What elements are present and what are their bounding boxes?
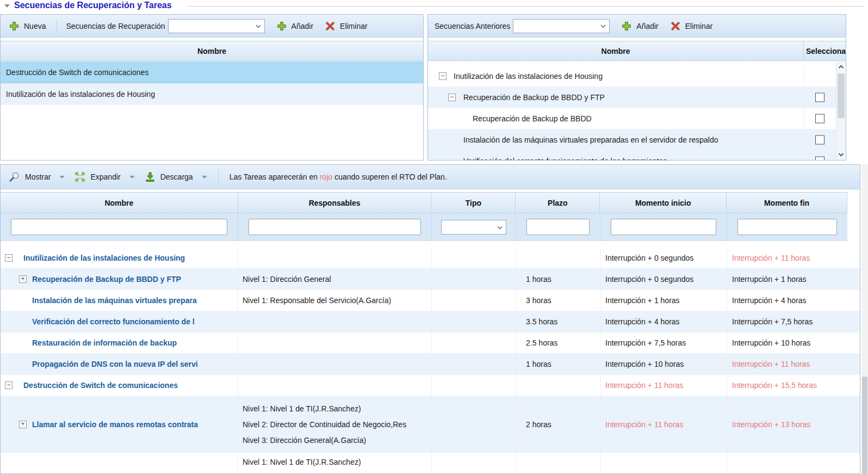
- column-header-plazo[interactable]: Plazo: [516, 193, 600, 213]
- column-header-momento-fin[interactable]: Momento fin: [727, 193, 847, 213]
- previous-sequence-select[interactable]: [513, 19, 610, 33]
- plus-icon: [277, 21, 287, 31]
- prev-sequence-row[interactable]: Verificación del correcto funcionamiento…: [428, 151, 836, 160]
- page-scrollbar[interactable]: [861, 164, 868, 474]
- momento-inicio-cell: Interrupción + 11 horas: [600, 396, 727, 452]
- column-header-tipo[interactable]: Tipo: [431, 193, 516, 213]
- task-name[interactable]: Propagación de DNS con la nueva IP del s…: [1, 360, 238, 368]
- prev-sequence-row[interactable]: −Recuperación de Backup de BBDD y FTP: [428, 87, 836, 108]
- download-menu-button[interactable]: Descarga: [145, 171, 207, 182]
- add-sequence-button[interactable]: Añadir: [277, 21, 313, 31]
- task-row[interactable]: Nivel 1: Nivel 1 de TI(J.R.Sanchez): [1, 453, 860, 473]
- prev-sequence-row[interactable]: −Inutilización de las instalaciones de H…: [428, 66, 836, 87]
- momento-fin-cell: Interrupción + 1 horas: [727, 269, 847, 290]
- add-previous-label: Añadir: [636, 22, 658, 30]
- scrollbar-thumb[interactable]: [838, 73, 845, 118]
- delete-x-icon: [671, 21, 680, 31]
- select-checkbox[interactable]: [815, 157, 824, 161]
- momento-fin-filter-input[interactable]: [737, 219, 837, 235]
- tree-collapse-icon[interactable]: −: [5, 381, 13, 389]
- task-name-cell: −Inutilización de las instalaciones de H…: [1, 248, 238, 268]
- task-name-cell: Instalación de las máquinas virtuales pr…: [1, 290, 238, 311]
- column-header-nombre[interactable]: Nombre: [428, 41, 804, 60]
- prev-sequence-name: Instalación de las máquinas virtuales pr…: [463, 136, 791, 144]
- chevron-down-icon: [255, 24, 262, 29]
- column-header-momento-inicio[interactable]: Momento inicio: [600, 193, 727, 213]
- task-name[interactable]: Destrucción de Switch de comunicaciones: [1, 381, 238, 390]
- sequence-row[interactable]: Inutilización de las instalaciones de Ho…: [1, 83, 423, 105]
- show-menu-button[interactable]: Mostrar: [8, 171, 65, 183]
- tree-expand-icon[interactable]: +: [19, 421, 27, 428]
- task-row[interactable]: +Llamar al servicio de manos remotas con…: [1, 396, 860, 453]
- add-sequence-label: Añadir: [292, 22, 313, 30]
- select-checkbox[interactable]: [815, 114, 824, 124]
- task-name[interactable]: Recuperación de Backup de BBDD y FTP: [1, 275, 238, 284]
- task-name-cell: Propagación de DNS con la nueva IP del s…: [1, 354, 238, 374]
- collapse-triangle-icon[interactable]: [4, 4, 10, 8]
- section-header: Secuencias de Recuperación y Tareas: [0, 0, 868, 13]
- delete-sequence-button[interactable]: Eliminar: [325, 21, 368, 31]
- momento-inicio-cell: Interrupción + 7,5 horas: [600, 333, 727, 353]
- momento-inicio-cell: Interrupción + 4 horas: [600, 311, 727, 332]
- task-name[interactable]: Restauración de información de backup: [1, 338, 238, 347]
- prev-sequence-row[interactable]: Instalación de las máquinas virtuales pr…: [428, 130, 836, 151]
- column-header-nombre[interactable]: Nombre: [1, 41, 423, 60]
- task-name[interactable]: Verificación del correcto funcionamiento…: [1, 317, 238, 326]
- responsables-cell: [238, 354, 432, 374]
- download-icon: [145, 171, 156, 182]
- task-row[interactable]: Instalación de las máquinas virtuales pr…: [1, 290, 860, 311]
- momento-fin-cell: Interrupción + 11 horas: [727, 248, 847, 268]
- dropdown-arrow-icon: [202, 176, 207, 178]
- tipo-cell: [432, 375, 516, 396]
- task-name[interactable]: Instalación de las máquinas virtuales pr…: [1, 296, 238, 305]
- expand-menu-button[interactable]: Expandir: [75, 171, 134, 182]
- task-name-cell: +Llamar al servicio de manos remotas con…: [1, 396, 238, 452]
- column-header-seleccionar[interactable]: Seleccionar: [804, 41, 846, 60]
- task-name-cell: Restauración de información de backup: [1, 333, 238, 353]
- scroll-down-icon[interactable]: [836, 149, 846, 160]
- tipo-filter-select[interactable]: [441, 220, 506, 235]
- plazo-filter-input[interactable]: [526, 219, 590, 235]
- momento-fin-cell: Interrupción + 7,5 horas: [727, 311, 847, 332]
- task-name[interactable]: Llamar al servicio de manos remotas cont…: [1, 420, 238, 429]
- task-name[interactable]: Inutilización de las instalaciones de Ho…: [1, 254, 238, 262]
- task-row[interactable]: Verificación del correcto funcionamiento…: [1, 311, 860, 333]
- tree-collapse-icon[interactable]: −: [5, 254, 13, 262]
- scroll-up-icon[interactable]: [836, 61, 846, 72]
- tree-collapse-icon[interactable]: −: [448, 94, 456, 101]
- momento-fin-cell: [727, 453, 847, 473]
- delete-previous-button[interactable]: Eliminar: [671, 21, 713, 31]
- new-sequence-label: Nueva: [24, 22, 46, 30]
- scrollbar-thumb[interactable]: [862, 377, 867, 474]
- task-row[interactable]: Propagación de DNS con la nueva IP del s…: [1, 354, 860, 375]
- responsables-cell: [238, 375, 432, 396]
- previous-panel-scrollbar[interactable]: [836, 61, 846, 160]
- responsables-filter-input[interactable]: [249, 219, 421, 235]
- task-row[interactable]: −Inutilización de las instalaciones de H…: [1, 248, 860, 269]
- chevron-down-icon: [600, 24, 606, 29]
- new-sequence-button[interactable]: Nueva: [9, 21, 46, 31]
- dropdown-arrow-icon: [59, 176, 65, 178]
- column-header-responsables[interactable]: Responsables: [238, 193, 432, 213]
- tree-expand-icon[interactable]: +: [19, 275, 27, 283]
- delete-sequence-label: Eliminar: [340, 22, 368, 30]
- select-checkbox[interactable]: [815, 93, 824, 102]
- add-previous-button[interactable]: Añadir: [622, 21, 658, 31]
- responsables-cell: [238, 333, 432, 353]
- task-row[interactable]: −Destrucción de Switch de comunicaciones…: [1, 375, 860, 396]
- tree-collapse-icon[interactable]: −: [439, 72, 447, 80]
- header-rule: [188, 6, 864, 7]
- task-row[interactable]: Restauración de información de backup2.5…: [1, 333, 860, 354]
- expand-arrows-icon: [75, 171, 85, 182]
- column-header-nombre[interactable]: Nombre: [1, 193, 238, 213]
- responsible-text: Nivel 1: Responsable del Servicio(A.Garc…: [243, 296, 391, 305]
- prev-sequence-row[interactable]: Recuperación de Backup de BBDD: [428, 108, 836, 130]
- select-checkbox[interactable]: [815, 136, 824, 145]
- momento-inicio-filter-input[interactable]: [611, 219, 716, 235]
- sequence-row[interactable]: Destrucción de Switch de comunicaciones: [1, 61, 423, 83]
- nombre-filter-input[interactable]: [11, 219, 227, 235]
- responsible-text: Nivel 1: Dirección General: [243, 275, 331, 284]
- recovery-sequence-select[interactable]: [168, 19, 265, 33]
- recovery-combo-label: Secuencias de Recuperación: [66, 22, 165, 30]
- task-row[interactable]: +Recuperación de Backup de BBDD y FTPNiv…: [1, 269, 860, 290]
